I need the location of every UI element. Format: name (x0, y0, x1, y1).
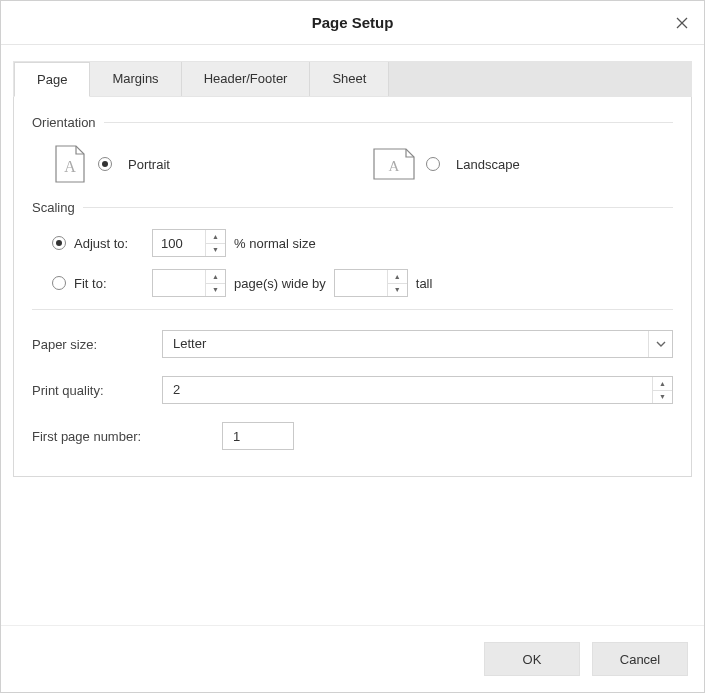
fit-tall-step-down[interactable]: ▼ (388, 284, 407, 297)
fit-tall-step-up[interactable]: ▲ (388, 270, 407, 284)
close-icon (676, 17, 688, 29)
tabstrip-spacer (389, 62, 691, 96)
first-page-row: First page number: (32, 422, 673, 450)
portrait-label: Portrait (128, 157, 170, 172)
print-quality-label: Print quality: (32, 383, 162, 398)
landscape-label: Landscape (456, 157, 520, 172)
dialog-title: Page Setup (312, 14, 394, 31)
dialog-footer: OK Cancel (1, 625, 704, 692)
adjust-step-up[interactable]: ▲ (206, 230, 225, 244)
group-scaling: Scaling Adjust to: ▲ ▼ % normal size Fit… (32, 200, 673, 310)
fit-suffix: tall (416, 276, 433, 291)
adjust-step-down[interactable]: ▼ (206, 244, 225, 257)
landscape-radio[interactable] (426, 157, 440, 171)
portrait-radio[interactable] (98, 157, 112, 171)
orientation-group-label: Orientation (32, 115, 104, 130)
fit-middle-label: page(s) wide by (234, 276, 326, 291)
tab-margins[interactable]: Margins (90, 62, 181, 96)
close-button[interactable] (668, 9, 696, 37)
cancel-button[interactable]: Cancel (592, 642, 688, 676)
tabstrip: Page Margins Header/Footer Sheet (13, 61, 692, 97)
svg-text:A: A (64, 158, 76, 175)
portrait-page-icon: A (52, 144, 88, 184)
fit-wide-step-up[interactable]: ▲ (206, 270, 225, 284)
scaling-group-label: Scaling (32, 200, 83, 215)
orientation-portrait-option[interactable]: A Portrait (52, 144, 372, 184)
landscape-page-icon: A (372, 147, 416, 181)
divider (83, 207, 673, 208)
group-orientation: Orientation A Portrait (32, 115, 673, 184)
fit-label: Fit to: (74, 276, 144, 291)
quality-step-down[interactable]: ▼ (653, 391, 672, 404)
divider (32, 309, 673, 310)
print-quality-spinner[interactable]: 2 ▲ ▼ (162, 376, 673, 404)
fit-wide-input[interactable] (153, 270, 205, 296)
tab-page[interactable]: Page (14, 62, 90, 97)
adjust-spinner[interactable]: ▲ ▼ (152, 229, 226, 257)
tab-header-footer[interactable]: Header/Footer (182, 62, 311, 96)
ok-button[interactable]: OK (484, 642, 580, 676)
print-quality-value: 2 (163, 377, 652, 403)
adjust-input[interactable] (153, 230, 205, 256)
tab-body-page: Orientation A Portrait (13, 97, 692, 477)
paper-size-dropdown-button[interactable] (648, 331, 672, 357)
paper-size-value: Letter (163, 331, 648, 357)
paper-size-combo[interactable]: Letter (162, 330, 673, 358)
titlebar: Page Setup (1, 1, 704, 45)
orientation-landscape-option[interactable]: A Landscape (372, 147, 520, 181)
tab-sheet[interactable]: Sheet (310, 62, 389, 96)
adjust-radio[interactable] (52, 236, 66, 250)
divider (104, 122, 673, 123)
fit-wide-spinner[interactable]: ▲ ▼ (152, 269, 226, 297)
adjust-label: Adjust to: (74, 236, 144, 251)
first-page-input[interactable] (222, 422, 294, 450)
fit-radio[interactable] (52, 276, 66, 290)
scaling-adjust-row: Adjust to: ▲ ▼ % normal size (32, 229, 673, 257)
fit-tall-input[interactable] (335, 270, 387, 296)
paper-size-row: Paper size: Letter (32, 330, 673, 358)
chevron-down-icon (656, 341, 666, 347)
paper-size-label: Paper size: (32, 337, 162, 352)
fit-wide-step-down[interactable]: ▼ (206, 284, 225, 297)
fit-tall-spinner[interactable]: ▲ ▼ (334, 269, 408, 297)
svg-text:A: A (389, 158, 400, 174)
print-quality-row: Print quality: 2 ▲ ▼ (32, 376, 673, 404)
scaling-fit-row: Fit to: ▲ ▼ page(s) wide by ▲ ▼ ta (32, 269, 673, 297)
first-page-label: First page number: (32, 429, 222, 444)
quality-step-up[interactable]: ▲ (653, 377, 672, 391)
adjust-suffix: % normal size (234, 236, 316, 251)
